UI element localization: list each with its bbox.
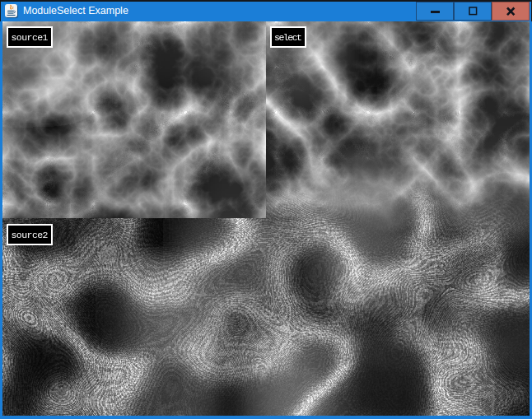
svg-text:source1: source1	[12, 32, 49, 43]
svg-text:source2: source2	[12, 230, 49, 240]
svg-text:select: select	[274, 32, 302, 43]
